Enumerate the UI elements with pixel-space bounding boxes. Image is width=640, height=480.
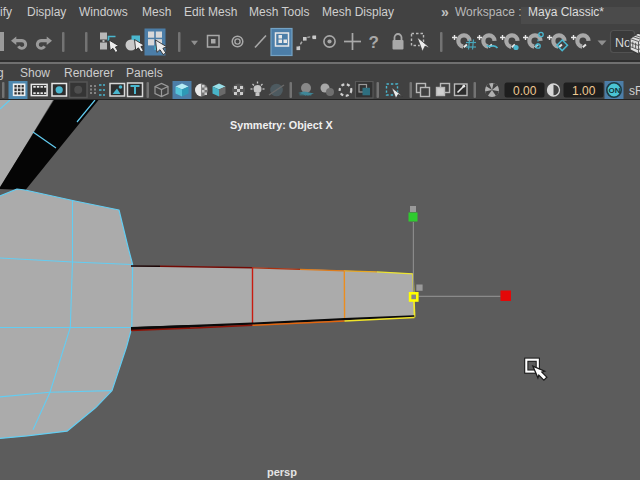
- svg-text:persp: persp: [267, 466, 297, 478]
- svg-text:No: No: [615, 36, 631, 50]
- svg-text:1.00: 1.00: [572, 84, 596, 98]
- svg-text:ON: ON: [609, 86, 621, 95]
- svg-text:?: ?: [369, 33, 379, 52]
- svg-text:0.00: 0.00: [513, 84, 537, 98]
- svg-text:Symmetry: Object X: Symmetry: Object X: [230, 119, 333, 131]
- svg-text:sR: sR: [629, 84, 640, 98]
